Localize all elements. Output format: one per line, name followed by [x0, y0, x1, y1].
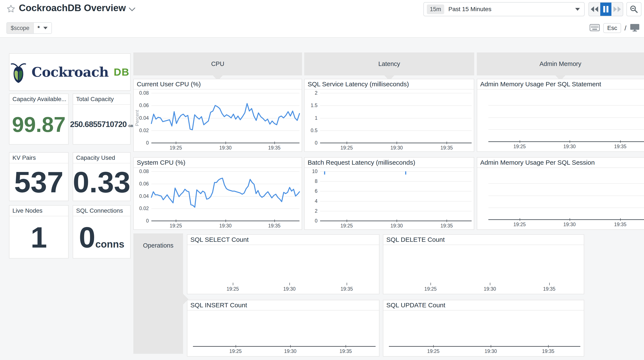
stat-panel-kv-pairs: KV Pairs 537	[9, 152, 68, 201]
time-media-controls	[588, 2, 623, 16]
chart-series	[134, 89, 302, 151]
stat-title: Capacity Used	[73, 153, 130, 163]
chart-sql-select-count[interactable]: 19:2519:3019:35	[187, 245, 379, 294]
y-axis-tick-label: 2	[315, 90, 318, 96]
x-axis-tick	[347, 142, 347, 144]
stat-panel-capacity-used: Capacity Used 0.33	[73, 152, 130, 201]
x-axis-tick	[396, 142, 397, 144]
gridline	[488, 208, 644, 208]
logo-panel: Cockroach DB	[9, 53, 130, 91]
x-axis-tick	[620, 218, 621, 221]
chart-panel-sql-delete-count: SQL DELETE Count 19:2519:3019:35	[383, 234, 584, 294]
x-axis-tick-label: 19:30	[475, 286, 505, 292]
stat-unit: conns	[96, 239, 124, 249]
fullscreen-monitor-icon[interactable]	[630, 23, 640, 32]
chart-admin-memory-session[interactable]: 19:2519:3019:35	[477, 168, 644, 229]
chart-title: System CPU (%)	[134, 158, 302, 168]
chart-panel-admin-memory-session: Admin Memory Usage Per SQL Session 19:25…	[477, 157, 644, 230]
chart-sql-insert-count[interactable]: 19:2519:3019:35	[187, 311, 379, 356]
x-axis-tick	[430, 283, 431, 285]
stat-panel-live-nodes: Live Nodes 1	[9, 205, 68, 259]
x-axis-tick	[290, 345, 291, 348]
x-axis-tick-label: 19:30	[554, 144, 584, 149]
gridline	[488, 117, 644, 118]
logo-wordmark: Cockroach	[32, 64, 108, 80]
chart-series	[305, 168, 474, 229]
gridline	[488, 196, 644, 196]
stat-title: Capacity Available...	[10, 94, 68, 105]
section-label: Latency	[378, 60, 400, 67]
x-axis-tick	[346, 345, 346, 348]
keyboard-icon[interactable]	[590, 24, 600, 32]
pause-button[interactable]	[600, 2, 612, 16]
x-axis-tick	[548, 345, 548, 348]
chart-batch-request-latency[interactable]: 024681019:2519:3019:35	[305, 168, 474, 229]
x-axis-tick	[347, 283, 347, 285]
chart-sql-delete-count[interactable]: 19:2519:3019:35	[383, 245, 584, 294]
page-title: CockroachDB Overview	[19, 2, 126, 13]
stat-value: 250.6855710720GB	[70, 120, 133, 129]
stat-panel-total-capacity: Total Capacity 250.6855710720GB	[73, 94, 130, 145]
chart-panel-sql-select-count: SQL SELECT Count 19:2519:3019:35	[187, 234, 380, 294]
stat-title: Total Capacity	[73, 94, 130, 105]
gridline	[320, 118, 472, 118]
chart-current-user-cpu[interactable]: 00.020.040.060.0819:2519:3019:35Percent	[134, 89, 302, 151]
cockroach-bug-icon	[10, 61, 27, 83]
stat-panel-sql-connections: SQL Connections 0conns	[73, 205, 130, 259]
x-axis-tick-label: 19:25	[505, 222, 535, 227]
gridline	[320, 130, 472, 131]
chart-sql-service-latency[interactable]: 00.511.5219:2519:3019:35	[305, 89, 474, 151]
fast-forward-button[interactable]	[612, 2, 623, 16]
section-tab-cpu[interactable]: CPU	[133, 52, 302, 75]
y-axis-tick-label: 1	[315, 115, 318, 121]
x-axis-tick-label: 19:25	[332, 145, 362, 151]
stat-title: Live Nodes	[10, 206, 68, 216]
time-range-label: Past 15 Minutes	[448, 6, 575, 13]
chart-series	[134, 168, 302, 229]
stat-value: 0.33	[73, 167, 130, 197]
chart-title: Admin Memory Usage Per SQL Statement	[477, 79, 644, 89]
chart-panel-sql-insert-count: SQL INSERT Count 19:2519:3019:35	[187, 300, 380, 357]
x-axis-tick	[490, 283, 490, 285]
x-axis-tick-label: 19:30	[275, 349, 305, 354]
time-range-picker[interactable]: 15m Past 15 Minutes	[424, 2, 584, 16]
gridline	[320, 105, 472, 106]
chart-panel-system-cpu: System CPU (%) 00.020.040.060.0819:2519:…	[133, 157, 302, 230]
chart-sql-update-count[interactable]: 19:2519:3019:35	[383, 311, 584, 356]
chart-title: SQL Service Latency (milliseconds)	[305, 79, 474, 89]
x-axis-line	[193, 346, 376, 347]
scope-value-dropdown[interactable]: *	[33, 23, 52, 33]
gridline	[488, 105, 644, 106]
chevron-down-icon[interactable]	[129, 7, 136, 12]
chart-title: Batch Request Latency (milliseconds)	[305, 158, 474, 168]
section-label: Operations	[143, 242, 174, 249]
section-tab-operations[interactable]: Operations	[133, 233, 183, 354]
y-axis-tick-label: 0	[315, 140, 318, 146]
rewind-icon	[590, 5, 599, 13]
esc-key-button[interactable]: Esc	[603, 23, 621, 33]
chart-system-cpu[interactable]: 00.020.040.060.0819:2519:3019:35	[134, 168, 302, 229]
zoom-out-icon	[629, 4, 639, 14]
section-label: Admin Memory	[540, 60, 582, 67]
x-axis-tick	[446, 142, 447, 144]
favorite-star-icon[interactable]	[6, 4, 16, 14]
stat-title: SQL Connections	[73, 206, 130, 216]
x-axis-tick	[233, 283, 233, 285]
x-axis-tick	[236, 345, 236, 348]
x-axis-tick-label: 19:35	[534, 286, 564, 292]
gridline	[488, 183, 644, 184]
x-axis-tick	[549, 283, 550, 285]
chart-admin-memory-statement[interactable]: 19:2519:3019:35	[477, 89, 644, 151]
section-tab-latency[interactable]: Latency	[304, 52, 474, 75]
zoom-out-button[interactable]	[626, 2, 642, 16]
section-tab-admin-memory[interactable]: Admin Memory	[477, 52, 644, 75]
app-header: CockroachDB Overview 15m Past 15 Minutes…	[0, 0, 644, 37]
x-axis-tick-label: 19:35	[533, 349, 563, 354]
x-axis-tick-label: 19:35	[332, 286, 362, 292]
x-axis-tick	[491, 345, 491, 348]
rewind-button[interactable]	[589, 2, 600, 16]
dropdown-caret-icon	[43, 27, 48, 29]
dropdown-caret-icon	[575, 8, 580, 11]
x-axis-tick-label: 19:35	[432, 145, 462, 151]
x-axis-tick-label: 19:30	[274, 286, 304, 292]
